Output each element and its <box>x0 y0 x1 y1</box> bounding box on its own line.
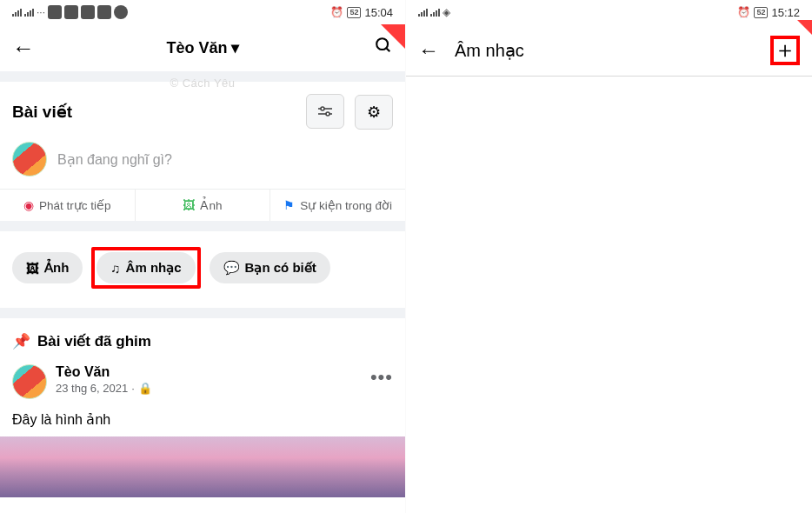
chevron-down-icon: ▾ <box>231 38 239 57</box>
composer-placeholder: Bạn đang nghĩ gì? <box>57 151 172 168</box>
app-badge-icon <box>81 5 95 19</box>
highlight-box: ♫ Âm nhạc <box>91 247 200 289</box>
svg-point-5 <box>326 112 329 116</box>
app-badge-icon <box>48 5 62 19</box>
add-music-button[interactable]: ＋ <box>770 36 800 65</box>
battery-indicator: 52 <box>347 7 361 18</box>
image-icon: 🖼 <box>26 261 39 276</box>
signal-icon <box>24 9 34 17</box>
post-image[interactable] <box>0 436 405 497</box>
post-body: Đây là hình ảnh <box>0 406 405 436</box>
music-icon: ♫ <box>110 261 120 276</box>
settings-button[interactable]: ⚙ <box>355 95 393 130</box>
composer[interactable]: Bạn đang nghĩ gì? <box>0 138 405 189</box>
corner-flag-icon <box>381 24 405 49</box>
option-label: Ảnh <box>200 198 222 212</box>
option-label: Phát trực tiếp <box>39 198 111 212</box>
pinned-post: 📌 Bài viết đã ghim Tèo Văn 23 thg 6, 202… <box>0 318 405 497</box>
pill-label: Âm nhạc <box>126 260 182 276</box>
diamond-icon: ◈ <box>443 6 450 18</box>
signal-icon <box>418 9 428 17</box>
clock: 15:04 <box>364 6 393 19</box>
pinned-header: 📌 Bài viết đã ghim <box>0 318 405 357</box>
app-badge-icon <box>64 5 78 19</box>
pill-label: Bạn có biết <box>245 260 316 276</box>
signal-icon <box>430 9 440 17</box>
profile-screen: ··· ⏰ 52 15:04 ← Tèo Văn ▾ Bài viết <box>0 0 406 513</box>
signal-icon <box>12 9 22 17</box>
alarm-icon: ⏰ <box>330 6 343 18</box>
tab-did-you-know[interactable]: 💬 Bạn có biết <box>210 252 330 283</box>
back-button[interactable]: ← <box>418 38 439 63</box>
post-author[interactable]: Tèo Văn <box>56 364 362 380</box>
plus-icon: ＋ <box>774 35 796 65</box>
filter-button[interactable] <box>306 94 344 129</box>
page-title: Âm nhạc <box>455 40 524 61</box>
status-bar: ◈ ⏰ 52 15:12 <box>406 0 812 24</box>
pinned-label: Bài viết đã ghim <box>37 332 151 350</box>
photo-button[interactable]: 🖼 Ảnh <box>136 190 271 221</box>
wifi-icon: ··· <box>37 6 45 18</box>
music-screen: ◈ ⏰ 52 15:12 ← Âm nhạc ＋ <box>406 0 812 513</box>
profile-name: Tèo Văn <box>166 39 227 57</box>
sliders-icon <box>316 105 334 117</box>
avatar[interactable] <box>12 142 47 177</box>
tab-photos[interactable]: 🖼 Ảnh <box>12 252 83 283</box>
music-header: ← Âm nhạc ＋ <box>406 24 812 77</box>
lock-icon: 🔒 <box>138 382 152 395</box>
live-video-button[interactable]: ◉ Phát trực tiếp <box>0 190 136 221</box>
clock: 15:12 <box>771 6 800 19</box>
post-menu-button[interactable]: ••• <box>370 364 393 389</box>
avatar[interactable] <box>12 364 47 399</box>
pill-label: Ảnh <box>44 260 69 276</box>
app-badge-icon <box>97 5 111 19</box>
post-meta: 23 thg 6, 2021 · 🔒 <box>56 382 362 395</box>
option-label: Sự kiện trong đời <box>300 198 392 212</box>
post-date: 23 thg 6, 2021 <box>56 382 128 395</box>
svg-point-3 <box>321 107 324 110</box>
battery-indicator: 52 <box>754 7 768 18</box>
app-badge-icon <box>114 5 128 19</box>
corner-flag-icon <box>797 20 812 39</box>
tabs-row: 🖼 Ảnh ♫ Âm nhạc 💬 Bạn có biết <box>0 231 405 308</box>
composer-options: ◉ Phát trực tiếp 🖼 Ảnh ⚑ Sự kiện trong đ… <box>0 189 405 221</box>
status-bar: ··· ⏰ 52 15:04 <box>0 0 405 24</box>
alarm-icon: ⏰ <box>737 6 750 18</box>
divider <box>0 221 405 231</box>
pin-icon: 📌 <box>12 332 30 350</box>
tab-music[interactable]: ♫ Âm nhạc <box>97 252 195 283</box>
watermark: © Cách Yêu <box>0 77 405 90</box>
flag-icon: ⚑ <box>283 198 295 212</box>
page-title[interactable]: Tèo Văn ▾ <box>166 38 238 57</box>
image-icon: 🖼 <box>183 198 195 212</box>
speech-icon: 💬 <box>223 260 240 276</box>
life-event-button[interactable]: ⚑ Sự kiện trong đời <box>270 190 405 221</box>
back-button[interactable]: ← <box>12 35 35 62</box>
gear-icon: ⚙ <box>367 103 381 122</box>
profile-header: ← Tèo Văn ▾ <box>0 24 405 71</box>
posts-label: Bài viết <box>12 102 72 122</box>
camera-icon: ◉ <box>23 198 34 212</box>
posts-section-header: Bài viết ⚙ <box>0 82 405 138</box>
divider <box>0 308 405 318</box>
